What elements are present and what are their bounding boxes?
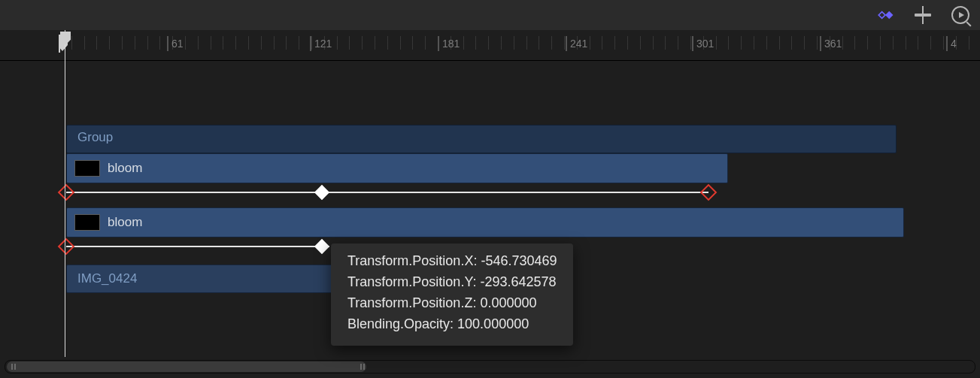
clip-thumbnail-icon [74, 160, 100, 177]
timeline-ruler[interactable]: 611211812413013614 [0, 30, 980, 61]
ruler-tick-label: 301 [696, 38, 714, 50]
keyframe-values-tooltip: Transform.Position.X: -546.730469Transfo… [331, 243, 573, 346]
ruler-tick-label: 61 [171, 38, 184, 50]
scrollbar-grip-icon [360, 364, 362, 370]
clip-label: bloom [108, 161, 142, 176]
scrollbar-grip-icon [11, 364, 13, 370]
horizontal-scrollbar-track[interactable] [5, 360, 975, 373]
tooltip-line: Transform.Position.X: -546.730469 [347, 251, 557, 272]
clip-bar-img[interactable]: IMG_0424 [66, 265, 341, 293]
group-track-bar[interactable]: Group [66, 125, 897, 153]
tooltip-line: Blending.Opacity: 100.000000 [347, 314, 557, 335]
snapping-toggle-button[interactable] [912, 6, 933, 24]
play-search-button[interactable] [950, 6, 971, 24]
ruler-tick-label: 4 [951, 38, 957, 50]
ruler-tick-label: 181 [442, 38, 460, 50]
clip-bar-bloom-2[interactable]: bloom [66, 207, 904, 237]
keyframe-diamond-icon[interactable] [58, 238, 75, 256]
keyframe-line [66, 192, 708, 193]
ruler-tick-label: 361 [824, 38, 842, 50]
keyframe-diamond-icon[interactable] [314, 185, 329, 200]
clip-thumbnail-icon [74, 214, 100, 231]
tooltip-line: Transform.Position.Y: -293.642578 [347, 272, 557, 293]
keyframe-mode-button[interactable] [875, 6, 896, 24]
tooltip-line: Transform.Position.Z: 0.000000 [347, 293, 557, 314]
ruler-tick-label: 241 [570, 38, 587, 50]
horizontal-scrollbar-thumb[interactable] [7, 361, 366, 372]
svg-rect-0 [59, 35, 60, 53]
keyframe-diamond-icon[interactable] [314, 239, 329, 254]
keyframe-line [66, 246, 329, 247]
keyframe-diamond-icon[interactable] [58, 184, 75, 201]
ruler-tick-label: 121 [314, 38, 332, 50]
keyframe-lane-1[interactable] [59, 186, 971, 198]
keyframe-diamond-icon[interactable] [700, 184, 718, 201]
clip-label: bloom [108, 215, 142, 230]
clip-label: IMG_0424 [77, 271, 137, 286]
group-track-label: Group [77, 130, 113, 145]
clip-bar-bloom-1[interactable]: bloom [66, 153, 728, 183]
timeline-toolbar [0, 0, 980, 31]
range-start-marker[interactable] [59, 35, 72, 54]
